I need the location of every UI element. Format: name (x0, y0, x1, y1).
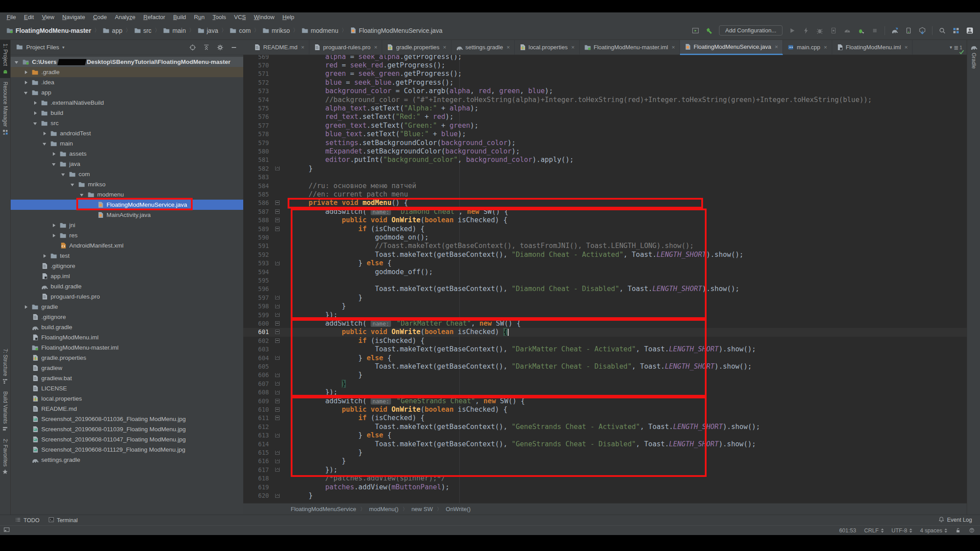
menu-code[interactable]: Code (89, 14, 111, 20)
device-manager-button[interactable] (905, 27, 913, 35)
fold-close-icon[interactable] (273, 388, 282, 397)
line-number[interactable]: 618 (243, 475, 273, 482)
tab-gradle.properties[interactable]: gradle.properties× (382, 40, 451, 55)
avatar-button[interactable] (966, 27, 974, 35)
tree-expand-arrow-icon[interactable] (24, 305, 28, 309)
tab-main.cpp[interactable]: main.cpp× (783, 40, 832, 55)
line-number[interactable]: 616 (243, 457, 273, 464)
tab-close-icon[interactable]: × (301, 44, 304, 51)
tab-close-icon[interactable]: × (905, 44, 908, 51)
line-number[interactable]: 605 (243, 363, 273, 370)
line-number[interactable]: 588 (243, 216, 273, 224)
tree-item[interactable]: README.md (11, 404, 243, 414)
line-number[interactable]: 577 (243, 122, 273, 129)
tree-item[interactable]: LICENSE (11, 383, 243, 394)
line-number[interactable]: 596 (243, 285, 273, 292)
tree-item[interactable]: .idea (11, 77, 243, 87)
fold-open-icon[interactable] (273, 224, 282, 233)
fold-close-icon[interactable] (273, 379, 282, 388)
code-line[interactable]: 616 } (243, 457, 967, 465)
tree-item[interactable]: build.gradle (11, 281, 243, 291)
target-button[interactable] (189, 43, 197, 51)
project-structure-button[interactable] (952, 27, 960, 35)
code-line[interactable]: 613 } else { (243, 431, 967, 440)
lock-icon[interactable] (955, 527, 961, 533)
tree-item[interactable]: gradlew.bat (11, 373, 243, 383)
line-number[interactable]: 611 (243, 414, 273, 421)
code-line[interactable]: 605 Toast.makeText(getBaseContext(), "Da… (243, 362, 967, 370)
line-number[interactable]: 595 (243, 277, 273, 284)
encoding-widget[interactable]: UTF-8 (892, 527, 912, 534)
line-number[interactable]: 601 (243, 328, 273, 335)
code-line[interactable]: 577 green_text.setText("Green:" + green)… (243, 121, 967, 130)
line-number[interactable]: 617 (243, 466, 273, 473)
tree-expand-arrow-icon[interactable] (51, 152, 56, 156)
code-line[interactable]: 620 } (243, 491, 967, 500)
sdk-manager-button[interactable] (918, 27, 926, 35)
gear-button[interactable] (216, 43, 224, 51)
code-line[interactable]: 575 alpha_text.setText("Alpha:" + alpha)… (243, 104, 967, 112)
tree-item[interactable]: build (11, 108, 243, 118)
fold-close-icon[interactable] (273, 431, 282, 440)
code-line[interactable]: 587 addSwitch( name: "Diamond Cheat", ne… (243, 207, 967, 216)
line-ending-widget[interactable]: CRLF (864, 527, 884, 534)
menu-view[interactable]: View (38, 14, 58, 20)
tab-local.properties[interactable]: local.properties× (515, 40, 580, 55)
fold-close-icon[interactable] (273, 371, 282, 379)
tree-item[interactable]: .gitignore (11, 261, 243, 271)
code-line[interactable]: 576 red_text.setText("Red:" + red); (243, 113, 967, 121)
tree-collapse-arrow-icon[interactable] (33, 121, 37, 126)
menu-edit[interactable]: Edit (20, 14, 38, 20)
tree-item[interactable]: gradle.properties (11, 353, 243, 363)
code-line[interactable]: 579 settings.setBackgroundColor(backgrou… (243, 138, 967, 147)
code-line[interactable]: 570 red = seek_red.getProgress(); (243, 61, 967, 69)
tree-item[interactable]: src (11, 118, 243, 128)
project-view-selector[interactable]: Project Files ▾ (11, 43, 64, 51)
line-number[interactable]: 585 (243, 191, 273, 198)
line-number[interactable]: 573 (243, 87, 273, 94)
fold-close-icon[interactable] (273, 164, 282, 173)
line-number[interactable]: 615 (243, 449, 273, 456)
fold-close-icon[interactable] (273, 491, 282, 500)
code-line[interactable]: 610 public void OnWrite(boolean isChecke… (243, 405, 967, 413)
tree-item[interactable]: C:\UsersDesktop\SBennyTutorial\FloatingM… (11, 57, 243, 67)
breadcrumb-item-modmenu[interactable]: modmenu (301, 27, 338, 34)
fold-open-icon[interactable] (273, 328, 282, 336)
code-line[interactable]: 601 public void OnWrite(boolean isChecke… (243, 328, 967, 336)
code-line[interactable]: 591 //Toast.makeText(getBaseContext(), t… (243, 242, 967, 250)
line-number[interactable]: 583 (243, 173, 273, 181)
fold-close-icon[interactable] (273, 465, 282, 474)
sidebar-item-resource-manager[interactable]: Resource Manager (0, 78, 10, 139)
breadcrumb-item-src[interactable]: src (134, 27, 152, 34)
tab-proguard-rules.pro[interactable]: proguard-rules.pro× (309, 40, 383, 55)
inspections-ok-icon[interactable] (959, 49, 964, 57)
menu-tools[interactable]: Tools (209, 14, 230, 20)
tree-item[interactable]: AndroidManifest.xml (11, 240, 243, 251)
tab-close-icon[interactable]: × (571, 44, 575, 51)
menu-vcs[interactable]: VCS (230, 14, 250, 20)
sidebar-item-1-project[interactable]: 1: Project (0, 40, 10, 78)
tab-close-icon[interactable]: × (506, 44, 510, 51)
tree-item[interactable]: main (11, 138, 243, 149)
code-line[interactable]: 609 addSwitch( name: "GeneStrands Cheat"… (243, 397, 967, 405)
code-line[interactable]: 604 } else { (243, 354, 967, 362)
code-line[interactable]: 574 //background_color = ("#"+Integer.to… (243, 95, 967, 104)
breadcrumb-item-mrikso[interactable]: mrikso (262, 27, 290, 34)
line-number[interactable]: 569 (243, 55, 273, 60)
editor-breadcrumb-modMenu()[interactable]: modMenu() (369, 506, 398, 512)
code-editor[interactable]: 569 alpha = seek_alpha.getProgress();570… (243, 55, 967, 503)
tree-item[interactable]: assets (11, 149, 243, 159)
line-number[interactable]: 584 (243, 182, 273, 189)
code-line[interactable]: 578 blue_text.setText("Blue:" + blue); (243, 130, 967, 138)
line-number[interactable]: 578 (243, 130, 273, 138)
tree-item[interactable]: app (11, 87, 243, 98)
code-line[interactable]: 617 }); (243, 465, 967, 474)
fold-close-icon[interactable] (273, 457, 282, 465)
line-number[interactable]: 610 (243, 406, 273, 413)
line-number[interactable]: 598 (243, 303, 273, 310)
tree-item[interactable]: local.properties (11, 394, 243, 404)
tree-item[interactable]: com (11, 169, 243, 179)
line-number[interactable]: 592 (243, 251, 273, 258)
tree-item[interactable]: FloatingModMenu-master.iml (11, 342, 243, 353)
tab-FloatingModMenu-master.iml[interactable]: FloatingModMenu-master.iml× (580, 40, 680, 55)
